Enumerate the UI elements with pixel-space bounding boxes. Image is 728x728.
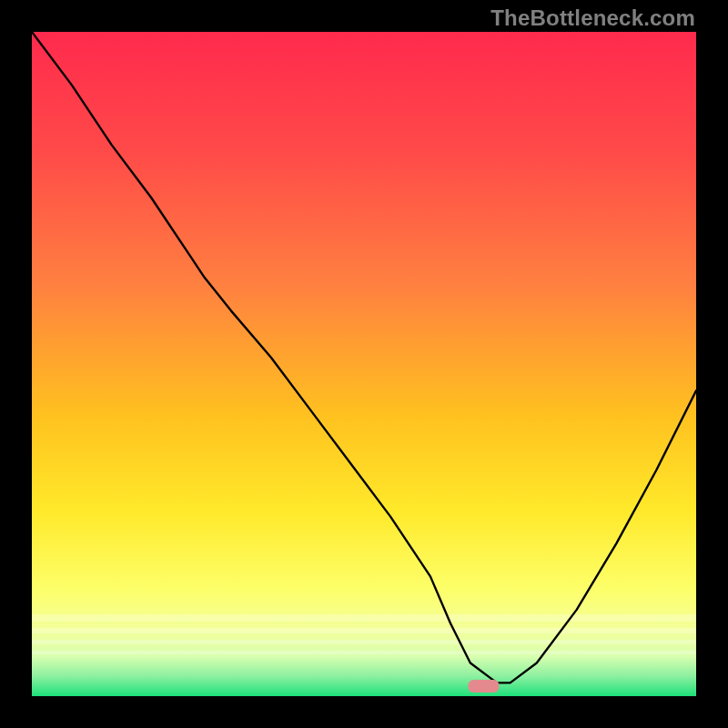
chart-frame: TheBottleneck.com (0, 0, 728, 728)
watermark-text: TheBottleneck.com (490, 5, 695, 31)
svg-rect-0 (32, 614, 696, 622)
svg-rect-2 (32, 640, 696, 644)
gradient-background (32, 32, 696, 696)
svg-rect-1 (32, 628, 696, 633)
svg-rect-3 (32, 651, 696, 654)
optimal-marker (468, 680, 499, 693)
bottleneck-chart (32, 32, 696, 696)
